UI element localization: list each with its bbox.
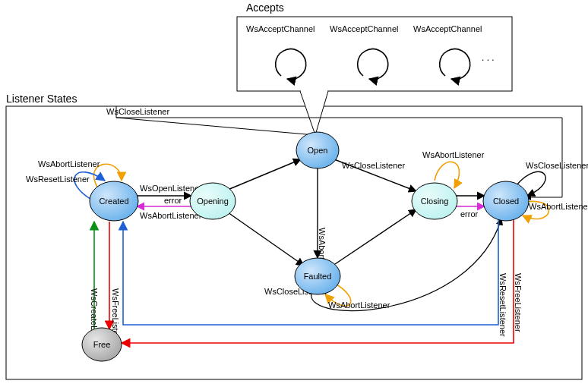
edge-top-close: WsCloseListener: [106, 107, 169, 116]
svg-text:Created: Created: [99, 197, 128, 206]
accepts-title: Accepts: [246, 2, 284, 14]
svg-text:WsAcceptChannel: WsAcceptChannel: [330, 24, 399, 33]
lbl-closed-abort: WsAbortListener: [529, 202, 588, 211]
edge-faulted-closed: [311, 219, 501, 310]
lbl-closed-reset: WsResetListener: [498, 273, 507, 337]
accepts-callout: [300, 91, 328, 135]
state-faulted: Faulted: [295, 258, 340, 294]
lbl-created-reset: WsResetListener: [26, 175, 90, 184]
lbl-closed-free: WsFreeListener: [514, 273, 523, 332]
state-closed: Closed: [483, 181, 529, 221]
state-created: Created: [90, 181, 138, 221]
diagram-title: Listener States: [6, 93, 77, 105]
edge-opening-open: [228, 159, 301, 190]
svg-text:Faulted: Faulted: [304, 272, 332, 281]
lbl-closing-closed-err: error: [460, 209, 479, 219]
listener-state-diagram: Listener States Accepts WsAcceptChannel …: [0, 0, 588, 387]
lbl-closing-self: WsAbortListener: [422, 150, 485, 159]
edge-faulted-closing: [333, 209, 416, 266]
lbl-created-abort: WsAbortListener: [38, 159, 100, 168]
accepts-ellipsis: . . .: [482, 52, 495, 63]
lbl-opening-error: error: [164, 196, 182, 205]
state-opening: Opening: [190, 183, 236, 219]
svg-text:Free: Free: [93, 340, 111, 349]
svg-text:WsAcceptChannel: WsAcceptChannel: [413, 24, 482, 33]
state-open: Open: [296, 132, 339, 168]
lbl-opening-error2: WsAbortListener: [140, 211, 202, 220]
svg-text:Closed: Closed: [493, 197, 519, 206]
state-free: Free: [82, 328, 122, 361]
lbl-closed-close: WsCloseListener: [526, 161, 588, 170]
state-closing: Closing: [412, 183, 457, 219]
lbl-open-closing: WsCloseListener: [342, 161, 405, 170]
svg-text:Open: Open: [308, 146, 328, 155]
svg-text:Closing: Closing: [421, 197, 449, 206]
svg-text:Opening: Opening: [197, 197, 229, 206]
svg-text:WsAcceptChannel: WsAcceptChannel: [246, 24, 315, 33]
edge-opening-faulted: [228, 212, 304, 266]
svg-rect-3: [301, 89, 327, 93]
